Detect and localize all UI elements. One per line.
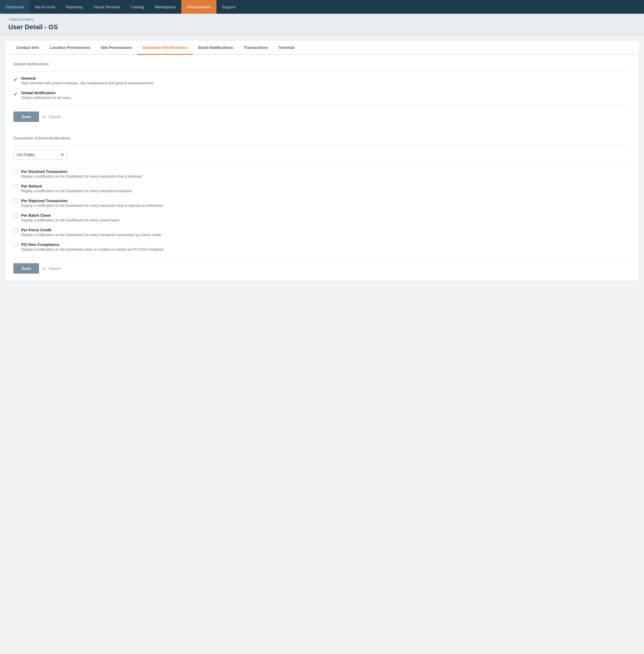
global-checkbox[interactable]: ✔: [14, 91, 20, 97]
per-declined-row: Per Declined Transaction Display a notif…: [14, 169, 630, 179]
per-batch-close-checkbox[interactable]: [14, 214, 18, 218]
breadcrumb[interactable]: < Back to Users: [8, 17, 636, 21]
pci-non-compliance-title: PCI Non Compliance: [21, 242, 165, 247]
general-title: General: [21, 76, 155, 80]
nav-support[interactable]: Support: [216, 0, 241, 14]
save-cancel-row-top: Save or Cancel: [14, 112, 630, 122]
per-rejected-desc: Display a notification on the Dashboard …: [21, 204, 164, 208]
save-cancel-row-bottom: Save or Cancel: [14, 263, 630, 274]
global-desc: Global notifications for all users.: [21, 96, 72, 100]
tab-location-permissions[interactable]: Location Permissions: [44, 41, 95, 55]
or-label-bottom: or: [42, 266, 46, 271]
transaction-notifications-label: Transaction & Event Notifications: [14, 136, 630, 140]
location-dropdown-wrapper: GS-FOMA: [14, 150, 630, 160]
global-title: Global Notification: [21, 91, 72, 95]
nav-marketplace[interactable]: Marketplace: [150, 0, 181, 14]
nav-my-account[interactable]: My Account: [30, 0, 61, 14]
per-refund-row: Per Refund Display a notification on the…: [14, 184, 630, 193]
tab-contact-info[interactable]: Contact Info: [11, 41, 44, 55]
per-rejected-row: Per Rejected Transaction Display a notif…: [14, 198, 630, 208]
top-navigation: Dashboard My Account Reporting Virtual T…: [0, 0, 644, 14]
per-force-credit-row: Per Force Credit Display a notification …: [14, 228, 630, 237]
per-force-credit-desc: Display a notification on the Dashboard …: [21, 233, 162, 237]
per-refund-desc: Display a notification on the Dashboard …: [21, 189, 133, 193]
general-checkbox[interactable]: ✔: [14, 76, 20, 83]
tab-site-permissions[interactable]: Site Permissions: [95, 41, 137, 55]
per-declined-desc: Display a notification on the Dashboard …: [21, 174, 143, 179]
or-label-top: or: [42, 114, 46, 119]
location-select[interactable]: GS-FOMA: [14, 150, 67, 160]
global-notification-row: ✔ Global Notification Global notificatio…: [14, 91, 630, 100]
pci-non-compliance-row: PCI Non Compliance Display a notificatio…: [14, 242, 630, 252]
system-notifications-label: System Notifications: [14, 62, 630, 66]
per-rejected-title: Per Rejected Transaction: [21, 198, 164, 203]
nav-administration[interactable]: Administration: [181, 0, 216, 14]
per-rejected-checkbox[interactable]: [14, 199, 18, 203]
per-batch-close-row: Per Batch Close Display a notification o…: [14, 213, 630, 223]
pci-non-compliance-desc: Display a notification on the Dashboard …: [21, 248, 165, 252]
per-force-credit-title: Per Force Credit: [21, 228, 162, 232]
tab-dashboard-notifications[interactable]: Dashboard Notifications: [137, 41, 193, 55]
cancel-button-top[interactable]: Cancel: [49, 114, 61, 119]
per-batch-close-title: Per Batch Close: [21, 213, 120, 217]
per-declined-checkbox[interactable]: [14, 170, 18, 174]
tab-terminal[interactable]: Terminal: [273, 41, 300, 55]
general-notification-row: ✔ General Stay informed with product rel…: [14, 76, 630, 85]
nav-dashboard[interactable]: Dashboard: [0, 0, 30, 14]
transaction-notifications-section: Transaction & Event Notifications GS-FOM…: [5, 129, 639, 281]
nav-reporting[interactable]: Reporting: [61, 0, 88, 14]
cancel-button-bottom[interactable]: Cancel: [49, 266, 61, 271]
per-batch-close-desc: Display a notification on the Dashboard …: [21, 218, 120, 223]
tab-transactions[interactable]: Transactions: [238, 41, 273, 55]
page-title: User Detail - GS: [8, 23, 636, 31]
per-refund-title: Per Refund: [21, 184, 133, 188]
tab-email-notifications[interactable]: Email Notifications: [193, 41, 238, 55]
per-declined-title: Per Declined Transaction: [21, 169, 143, 174]
main-content: Contact Info Location Permissions Site P…: [5, 40, 639, 281]
general-desc: Stay informed with product releases, sit…: [21, 81, 155, 85]
per-refund-checkbox[interactable]: [14, 185, 18, 189]
save-button-top[interactable]: Save: [14, 112, 39, 122]
per-force-credit-checkbox[interactable]: [14, 228, 18, 233]
save-button-bottom[interactable]: Save: [14, 263, 39, 274]
nav-virtual-terminal[interactable]: Virtual Terminal: [88, 0, 125, 14]
system-notifications-section: System Notifications ✔ General Stay info…: [5, 55, 639, 129]
nav-catalog[interactable]: Catalog: [125, 0, 150, 14]
page-header: < Back to Users User Detail - GS: [0, 14, 644, 36]
pci-non-compliance-checkbox[interactable]: [14, 243, 18, 247]
tab-bar: Contact Info Location Permissions Site P…: [5, 41, 639, 55]
